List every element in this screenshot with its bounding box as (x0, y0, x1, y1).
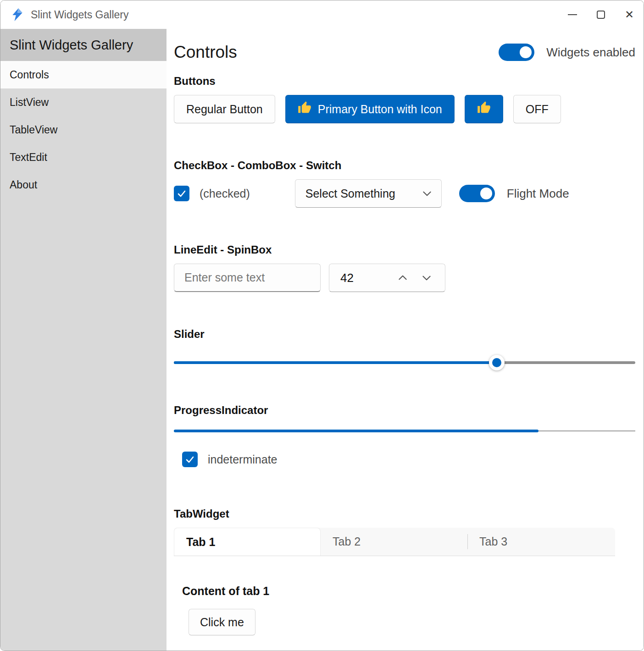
minimize-button[interactable] (558, 0, 587, 29)
chevron-down-icon (421, 272, 433, 284)
titlebar: Slint Widgets Gallery ✕ (0, 0, 644, 29)
widgets-enabled-label: Widgets enabled (546, 45, 635, 60)
page-title: Controls (174, 43, 237, 62)
tab-label: Tab 2 (333, 535, 361, 548)
tabbar: Tab 1 Tab 2 Tab 3 (174, 528, 615, 556)
regular-button[interactable]: Regular Button (174, 95, 275, 123)
slider-fill (174, 361, 497, 364)
off-toggle-button[interactable]: OFF (513, 95, 561, 123)
regular-button-label: Regular Button (186, 103, 263, 116)
slider[interactable] (174, 354, 635, 371)
off-button-label: OFF (526, 103, 549, 116)
chevron-down-icon (421, 188, 433, 199)
maximize-button[interactable] (587, 0, 615, 29)
icon-only-button[interactable] (465, 95, 503, 123)
indeterminate-label: indeterminate (208, 453, 277, 466)
primary-button[interactable]: Primary Button with Icon (285, 95, 455, 123)
slider-track[interactable] (174, 361, 635, 364)
sidebar-item-textedit[interactable]: TextEdit (0, 143, 167, 171)
sidebar-item-listview[interactable]: ListView (0, 88, 167, 116)
sidebar-item-label: Controls (10, 69, 49, 81)
switch-knob (520, 46, 532, 58)
slider-handle[interactable] (489, 355, 505, 370)
close-icon: ✕ (625, 9, 634, 20)
thumbs-up-icon (477, 101, 491, 117)
minimize-icon (568, 14, 577, 15)
progress-section-title: ProgressIndicator (174, 404, 635, 417)
buttons-section-title: Buttons (174, 75, 635, 88)
spinbox-increment-button[interactable] (391, 267, 415, 288)
tab-label: Tab 1 (186, 535, 215, 549)
maximize-icon (597, 11, 605, 19)
widgets-enabled-switch[interactable] (499, 44, 534, 61)
window-title: Slint Widgets Gallery (31, 9, 128, 21)
sidebar-item-label: TableView (10, 124, 57, 136)
lineedit-input[interactable] (174, 264, 321, 292)
sidebar-item-label: ListView (10, 96, 49, 109)
check-icon (176, 188, 187, 199)
check-combo-switch-section-title: CheckBox - ComboBox - Switch (174, 159, 635, 172)
sidebar-item-label: About (10, 179, 37, 191)
flight-mode-switch[interactable] (459, 185, 495, 202)
sidebar-title: Slint Widgets Gallery (0, 29, 167, 61)
tabwidget-section-title: TabWidget (174, 508, 635, 520)
checkbox-label: (checked) (200, 187, 250, 200)
indeterminate-checkbox[interactable] (182, 452, 198, 467)
window-controls: ✕ (558, 0, 644, 29)
spinbox-decrement-button[interactable] (415, 267, 439, 288)
thumbs-up-icon (298, 101, 311, 117)
click-me-button[interactable]: Click me (189, 609, 255, 635)
sidebar-item-about[interactable]: About (0, 171, 167, 199)
sidebar-item-controls[interactable]: Controls (0, 61, 167, 88)
tab-content-title: Content of tab 1 (182, 585, 635, 598)
main-content: Controls Widgets enabled Buttons Regular… (167, 29, 644, 651)
tab-2[interactable]: Tab 2 (321, 528, 467, 556)
app-window: Slint Widgets Gallery ✕ Slint Widgets Ga… (0, 0, 644, 651)
slider-section-title: Slider (174, 328, 635, 341)
close-button[interactable]: ✕ (615, 0, 644, 29)
flight-mode-label: Flight Mode (507, 187, 569, 201)
spinbox: 42 (329, 264, 445, 292)
sidebar-item-label: TextEdit (10, 151, 47, 164)
slint-logo-icon (11, 8, 24, 22)
combobox-value: Select Something (305, 187, 395, 200)
check-icon (184, 454, 195, 465)
tab-1[interactable]: Tab 1 (174, 528, 321, 556)
tab-label: Tab 3 (479, 535, 507, 548)
sidebar-item-tableview[interactable]: TableView (0, 116, 167, 143)
primary-button-label: Primary Button with Icon (318, 103, 442, 116)
spinbox-value: 42 (340, 271, 354, 285)
checked-checkbox[interactable] (174, 186, 189, 201)
switch-knob (480, 188, 492, 199)
sidebar: Slint Widgets Gallery Controls ListView … (0, 29, 167, 651)
click-me-label: Click me (200, 616, 244, 629)
tab-3[interactable]: Tab 3 (467, 528, 614, 556)
progress-indicator (174, 430, 635, 432)
lineedit-spinbox-section-title: LineEdit - SpinBox (174, 243, 635, 256)
combobox[interactable]: Select Something (295, 179, 442, 208)
chevron-up-icon (397, 272, 409, 284)
progress-fill (174, 430, 539, 432)
